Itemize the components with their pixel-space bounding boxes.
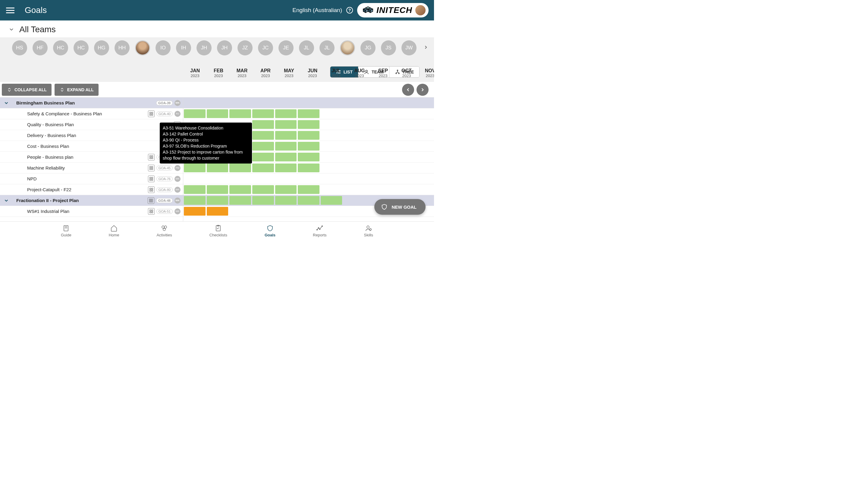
- expand-all-button[interactable]: EXPAND ALL: [55, 84, 98, 96]
- gantt-bar[interactable]: [298, 99, 319, 107]
- owner-chip[interactable]: WK: [175, 208, 181, 214]
- gantt-bar[interactable]: [275, 164, 297, 172]
- avatar-chip[interactable]: JE: [278, 40, 293, 56]
- gantt-bar[interactable]: [298, 153, 319, 162]
- avatar-chip[interactable]: [340, 40, 355, 56]
- gantt-bar[interactable]: [343, 99, 365, 107]
- chevron-down-icon[interactable]: [8, 27, 14, 33]
- avatar-chip[interactable]: [135, 40, 150, 56]
- timeline-prev-button[interactable]: [402, 84, 414, 96]
- gantt-bar[interactable]: [275, 120, 297, 129]
- owner-chip[interactable]: WK: [175, 187, 181, 193]
- checklist-icon[interactable]: [148, 165, 155, 171]
- gantt-bar[interactable]: [184, 207, 206, 216]
- avatar-chip[interactable]: HC: [73, 40, 89, 56]
- avatar-chip[interactable]: JG: [361, 40, 375, 56]
- gantt-bar[interactable]: [275, 142, 297, 150]
- gantt-row[interactable]: Fractionation II - Project PlanGOA-48WK: [0, 195, 183, 206]
- gantt-row[interactable]: Birmingham Business PlanGOA-39WK: [0, 98, 183, 108]
- gantt-bar[interactable]: [275, 196, 297, 205]
- gantt-bar[interactable]: [252, 153, 274, 162]
- gantt-bar[interactable]: [321, 99, 342, 107]
- gantt-bar[interactable]: [298, 142, 319, 150]
- language-selector[interactable]: English (Australian): [292, 7, 342, 13]
- gantt-bar[interactable]: [229, 196, 251, 205]
- timeline-next-button[interactable]: [416, 84, 429, 96]
- gantt-bar[interactable]: [275, 109, 297, 118]
- gantt-bar[interactable]: [229, 109, 251, 118]
- gantt-bar[interactable]: [298, 131, 319, 140]
- avatar-chip[interactable]: HF: [33, 40, 48, 56]
- gantt-bar[interactable]: [298, 164, 319, 172]
- gantt-bar[interactable]: [207, 164, 228, 172]
- collapse-all-button[interactable]: COLLAPSE ALL: [2, 84, 52, 96]
- chevron-down-icon[interactable]: [0, 198, 13, 203]
- gantt-bar[interactable]: [252, 164, 274, 172]
- avatar-chip[interactable]: HH: [115, 40, 130, 56]
- checklist-icon[interactable]: [148, 197, 154, 204]
- user-avatar[interactable]: [415, 4, 426, 16]
- owner-chip[interactable]: WK: [175, 176, 181, 182]
- gantt-bar[interactable]: [252, 185, 274, 194]
- gantt-bar[interactable]: [275, 131, 297, 140]
- gantt-bar[interactable]: [229, 164, 251, 172]
- checklist-icon[interactable]: [148, 110, 155, 117]
- nav-item-activities[interactable]: Activities: [156, 225, 172, 237]
- gantt-bar[interactable]: [298, 185, 319, 194]
- avatar-chip[interactable]: JC: [258, 40, 273, 56]
- gantt-bar[interactable]: [275, 99, 297, 107]
- owner-chip[interactable]: PM: [175, 165, 181, 171]
- gantt-bar[interactable]: [252, 99, 274, 107]
- nav-item-home[interactable]: Home: [109, 225, 119, 237]
- avatar-chip[interactable]: HG: [94, 40, 109, 56]
- gantt-bar[interactable]: [252, 142, 274, 150]
- nav-item-goals[interactable]: Goals: [265, 225, 276, 237]
- owner-chip[interactable]: WK: [175, 198, 181, 204]
- gantt-bar[interactable]: [207, 196, 228, 205]
- owner-chip[interactable]: WK: [175, 100, 181, 106]
- gantt-bar[interactable]: [207, 207, 228, 216]
- checklist-icon[interactable]: [148, 176, 155, 182]
- avatar-chip[interactable]: JH: [196, 40, 212, 56]
- chevron-down-icon[interactable]: [0, 100, 13, 106]
- avatar-chip[interactable]: IO: [156, 40, 170, 56]
- gantt-bar[interactable]: [207, 99, 228, 107]
- checklist-icon[interactable]: [148, 208, 155, 215]
- gantt-bar[interactable]: [184, 99, 206, 107]
- gantt-bar[interactable]: [229, 185, 251, 194]
- checklist-icon[interactable]: [148, 186, 155, 193]
- gantt-bar[interactable]: [275, 153, 297, 162]
- avatar-chip[interactable]: JZ: [238, 40, 253, 56]
- gantt-bar[interactable]: [184, 164, 206, 172]
- gantt-bar[interactable]: [229, 99, 251, 107]
- avatar-chip[interactable]: HS: [12, 40, 27, 56]
- gantt-bar[interactable]: [252, 196, 274, 205]
- gantt-bar[interactable]: [321, 196, 342, 205]
- avatar-chip[interactable]: HC: [53, 40, 68, 56]
- avatar-chip[interactable]: JS: [381, 40, 396, 56]
- avatar-chip[interactable]: JL: [319, 40, 335, 56]
- gantt-bar[interactable]: [184, 185, 206, 194]
- gantt-bar[interactable]: [207, 109, 228, 118]
- nav-item-guide[interactable]: Guide: [61, 225, 71, 237]
- nav-item-checklists[interactable]: Checklists: [210, 225, 227, 237]
- gantt-bar[interactable]: [184, 109, 206, 118]
- avatar-chip[interactable]: IH: [176, 40, 191, 56]
- gantt-bar[interactable]: [184, 196, 206, 205]
- avatar-chip[interactable]: JW: [401, 40, 416, 56]
- gantt-bar[interactable]: [252, 131, 274, 140]
- gantt-bar[interactable]: [298, 109, 319, 118]
- nav-item-skills[interactable]: Skills: [364, 225, 373, 237]
- gantt-bar[interactable]: [207, 185, 228, 194]
- checklist-icon[interactable]: [148, 154, 155, 161]
- avatar-chip[interactable]: JL: [299, 40, 314, 56]
- gantt-bar[interactable]: [252, 109, 274, 118]
- gantt-bar[interactable]: [252, 120, 274, 129]
- scroll-right-icon[interactable]: [423, 44, 429, 51]
- nav-item-reports[interactable]: Reports: [313, 225, 327, 237]
- menu-button[interactable]: [6, 6, 14, 14]
- owner-chip[interactable]: RJ: [175, 111, 181, 117]
- gantt-bar[interactable]: [275, 185, 297, 194]
- gantt-bar[interactable]: [298, 196, 319, 205]
- gantt-bar[interactable]: [298, 120, 319, 129]
